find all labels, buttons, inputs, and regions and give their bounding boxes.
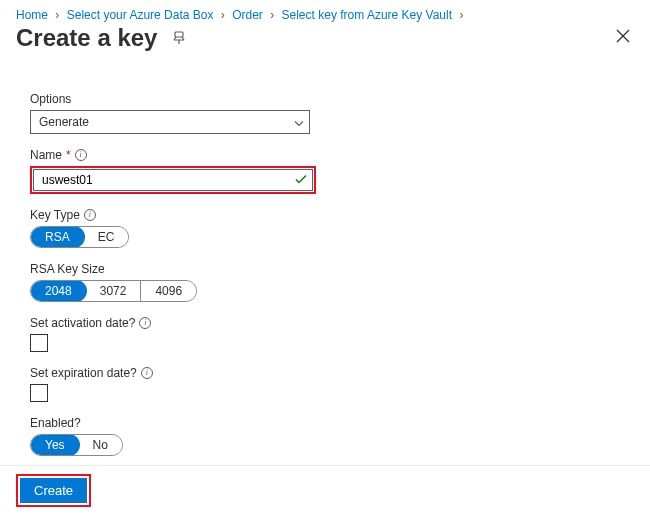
create-button[interactable]: Create [20,478,87,503]
info-icon[interactable]: i [141,367,153,379]
breadcrumb-databox[interactable]: Select your Azure Data Box [67,8,214,22]
options-label: Options [30,92,71,106]
chevron-right-icon: › [221,8,225,22]
chevron-right-icon: › [55,8,59,22]
rsa-size-label: RSA Key Size [30,262,105,276]
key-type-rsa[interactable]: RSA [30,226,85,248]
enabled-group: Yes No [30,434,123,456]
key-type-ec[interactable]: EC [84,227,129,247]
pin-icon[interactable] [169,28,189,48]
enabled-label: Enabled? [30,416,81,430]
name-highlight [30,166,316,194]
expiration-checkbox[interactable] [30,384,48,402]
footer: Create [0,465,650,515]
breadcrumb-select-key[interactable]: Select key from Azure Key Vault [282,8,453,22]
svg-rect-0 [175,32,183,37]
chevron-right-icon: › [459,8,463,22]
rsa-size-4096[interactable]: 4096 [140,281,196,301]
activation-checkbox[interactable] [30,334,48,352]
breadcrumb: Home › Select your Azure Data Box › Orde… [16,8,634,22]
activation-label: Set activation date? [30,316,135,330]
create-highlight: Create [16,474,91,507]
create-key-form: Options Generate Name * i [16,68,634,456]
enabled-no[interactable]: No [79,435,122,455]
key-type-label: Key Type [30,208,80,222]
rsa-size-2048[interactable]: 2048 [30,280,87,302]
required-indicator: * [66,148,71,162]
expiration-label: Set expiration date? [30,366,137,380]
key-type-group: RSA EC [30,226,129,248]
breadcrumb-home[interactable]: Home [16,8,48,22]
enabled-yes[interactable]: Yes [30,434,80,456]
info-icon[interactable]: i [139,317,151,329]
rsa-size-group: 2048 3072 4096 [30,280,197,302]
page-title: Create a key [16,24,157,52]
breadcrumb-order[interactable]: Order [232,8,263,22]
info-icon[interactable]: i [84,209,96,221]
info-icon[interactable]: i [75,149,87,161]
chevron-right-icon: › [270,8,274,22]
options-select[interactable]: Generate [30,110,310,134]
name-label: Name [30,148,62,162]
rsa-size-3072[interactable]: 3072 [86,281,141,301]
close-icon[interactable] [612,25,634,51]
name-input[interactable] [33,169,313,191]
options-value: Generate [39,115,89,129]
